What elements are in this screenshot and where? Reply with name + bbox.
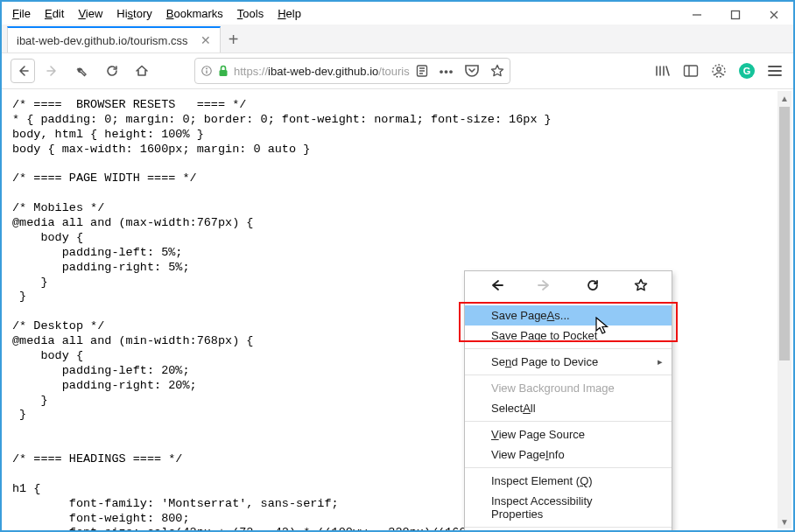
- url-text: https://ibat-web-dev.github.io/touris: [234, 65, 410, 78]
- vertical-scrollbar[interactable]: ▲ ▼: [777, 91, 791, 528]
- scroll-thumb[interactable]: [779, 107, 790, 360]
- window-maximize-button[interactable]: [716, 2, 755, 28]
- ctx-reload-icon[interactable]: [580, 278, 605, 292]
- ctx-forward-icon: [532, 278, 557, 292]
- reader-mode-icon[interactable]: [415, 64, 429, 78]
- menu-tools[interactable]: Tools: [230, 4, 271, 23]
- reload-button[interactable]: [100, 59, 124, 83]
- page-content: /* ==== BROWSER RESETS ==== */ * { paddi…: [2, 89, 793, 532]
- lock-icon: [218, 65, 229, 77]
- library-icon[interactable]: [655, 64, 671, 78]
- ctx-back-icon[interactable]: [484, 278, 509, 292]
- toolbar: https://ibat-web-dev.github.io/touris ••…: [2, 52, 793, 89]
- ctx-inspect-accessibility[interactable]: Inspect Accessibility Properties: [465, 491, 672, 524]
- ctx-select-all[interactable]: Select All: [465, 398, 672, 418]
- context-menu: Save Page As... Save Page to Pocket Send…: [464, 270, 672, 532]
- address-bar[interactable]: https://ibat-web-dev.github.io/touris ••…: [194, 58, 510, 84]
- ctx-save-to-pocket[interactable]: Save Page to Pocket: [465, 326, 672, 346]
- ctx-view-page-source[interactable]: View Page Source: [465, 424, 672, 444]
- menu-bar: File Edit View History Bookmarks Tools H…: [2, 2, 793, 24]
- menu-file[interactable]: File: [5, 4, 38, 23]
- ctx-view-background-image: View Background Image: [465, 378, 672, 398]
- window-close-button[interactable]: [755, 2, 793, 28]
- menu-bookmarks[interactable]: Bookmarks: [159, 4, 230, 23]
- sidebar-icon[interactable]: [683, 64, 699, 78]
- page-actions-icon[interactable]: •••: [440, 65, 454, 78]
- forward-button: [40, 59, 65, 83]
- ctx-save-page-as[interactable]: Save Page As...: [465, 305, 672, 326]
- browser-tab[interactable]: ibat-web-dev.github.io/tourism.css ✕: [7, 26, 221, 52]
- svg-rect-0: [732, 11, 740, 19]
- back-button[interactable]: [11, 59, 35, 83]
- mouse-cursor-icon: [595, 317, 611, 336]
- pocket-icon[interactable]: [464, 64, 480, 78]
- menu-edit[interactable]: Edit: [38, 4, 71, 23]
- grammarly-icon[interactable]: G: [739, 63, 755, 79]
- tab-title: ibat-web-dev.github.io/tourism.css: [17, 34, 188, 47]
- info-icon: [201, 65, 213, 77]
- ctx-bookmark-icon[interactable]: [629, 278, 653, 292]
- ctx-view-page-info[interactable]: View Page Info: [465, 444, 672, 465]
- window-minimize-button[interactable]: [678, 2, 716, 28]
- home-button[interactable]: [130, 59, 154, 83]
- scroll-up-arrow[interactable]: ▲: [777, 91, 791, 105]
- ctx-inspect-element[interactable]: Inspect Element (Q): [465, 471, 672, 491]
- svg-rect-5: [685, 66, 698, 76]
- menu-view[interactable]: View: [71, 4, 109, 23]
- chevron-right-icon: ▸: [658, 356, 663, 368]
- svg-point-2: [206, 68, 208, 70]
- ctx-send-to-device[interactable]: Send Page to Device▸: [465, 352, 672, 372]
- menu-history[interactable]: History: [109, 4, 158, 23]
- developer-icon[interactable]: [70, 59, 95, 83]
- hamburger-menu-icon[interactable]: [767, 64, 783, 78]
- scroll-down-arrow[interactable]: ▼: [777, 514, 791, 528]
- account-icon[interactable]: [711, 63, 727, 79]
- tab-close-icon[interactable]: ✕: [201, 33, 211, 47]
- tab-strip: ibat-web-dev.github.io/tourism.css ✕ +: [2, 24, 793, 52]
- bookmark-star-icon[interactable]: [490, 64, 504, 78]
- svg-rect-3: [220, 70, 228, 76]
- menu-help[interactable]: Help: [271, 4, 308, 23]
- svg-point-7: [717, 67, 721, 71]
- new-tab-button[interactable]: +: [221, 26, 247, 52]
